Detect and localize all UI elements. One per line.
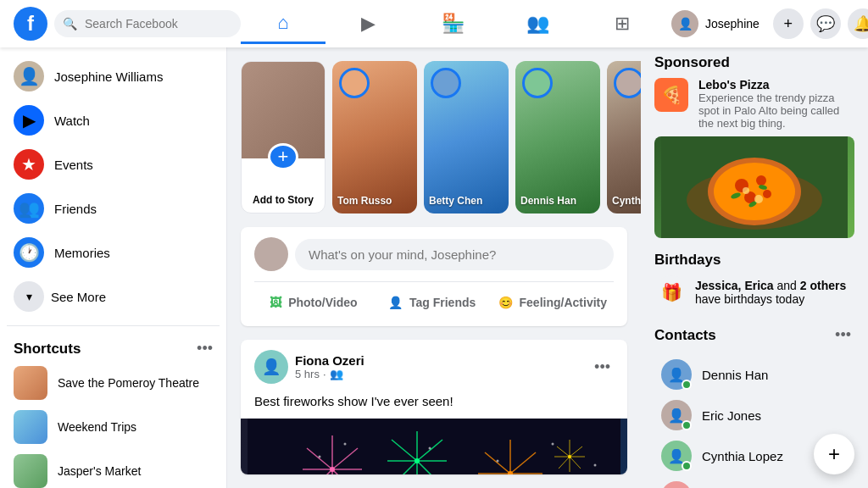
nav-messenger-btn[interactable]: 💬 xyxy=(810,8,841,39)
contact-dennis[interactable]: 👤 Dennis Han xyxy=(654,354,854,395)
story-avatar-dennis xyxy=(522,68,553,98)
events-icon: ★ xyxy=(14,149,44,180)
friends-icon: 👥 xyxy=(14,193,44,224)
sponsored-section: Sponsored 🍕 Lebo's Pizza Experience the … xyxy=(654,54,854,238)
stories-row: + Add to Story Tom Russo Betty Chen Denn… xyxy=(241,61,627,214)
contact-eric[interactable]: 👤 Eric Jones xyxy=(654,395,854,435)
shortcut-weekend[interactable]: Weekend Trips xyxy=(7,405,220,449)
memories-label: Memories xyxy=(54,246,110,260)
nav-marketplace-btn[interactable]: 🏪 xyxy=(410,3,495,44)
nav-groups-btn[interactable]: 👥 xyxy=(495,3,580,44)
svg-point-58 xyxy=(344,443,347,446)
sidebar-item-events[interactable]: ★ Events xyxy=(7,142,220,186)
see-more-nav-btn[interactable]: ▾ See More xyxy=(7,274,220,319)
post-meta-fiona: 5 hrs · 👥 xyxy=(295,368,584,380)
fab-button[interactable]: + xyxy=(814,434,854,474)
post-privacy-icon: 👥 xyxy=(330,368,343,380)
nav-notifications-btn[interactable]: 🔔 xyxy=(848,8,868,39)
nav-add-btn[interactable]: + xyxy=(773,8,804,39)
shortcuts-more-btn[interactable]: ••• xyxy=(197,340,213,358)
sidebar-item-watch[interactable]: ▶ Watch xyxy=(7,98,220,142)
see-more-nav-label: See More xyxy=(51,290,106,304)
birthday-names: Jessica, Erica xyxy=(695,279,774,292)
sidebar-divider xyxy=(7,325,220,326)
birthdays-title: Birthdays xyxy=(654,252,854,269)
nav-profile-name: Josephine xyxy=(705,17,760,30)
story-dennis[interactable]: Dennis Han xyxy=(515,61,600,214)
story-avatar-cynthia xyxy=(614,68,641,98)
profile-icon: 👤 xyxy=(14,61,44,92)
story-tom[interactable]: Tom Russo xyxy=(332,61,417,214)
nav-profile[interactable]: 👤 Josephine xyxy=(665,7,766,41)
sidebar-item-friends[interactable]: 👥 Friends xyxy=(7,186,220,230)
contact-betty[interactable]: 👤 Betty Chen xyxy=(654,476,854,488)
post-header-fiona: 👤 Fiona Ozeri 5 hrs · 👥 ••• xyxy=(241,340,627,394)
tag-icon: 👤 xyxy=(388,296,403,309)
svg-point-57 xyxy=(319,456,321,458)
contacts-more-btn[interactable]: ••• xyxy=(832,323,854,347)
svg-point-60 xyxy=(429,447,431,450)
story-betty[interactable]: Betty Chen xyxy=(424,61,509,214)
sidebar-item-profile[interactable]: 👤 Josephine Williams xyxy=(7,54,220,98)
brand-name[interactable]: Lebo's Pizza xyxy=(698,78,854,92)
photo-icon: 🖼 xyxy=(270,296,281,309)
story-add-card[interactable]: + Add to Story xyxy=(241,61,326,214)
story-avatar-betty xyxy=(431,68,461,98)
post-input[interactable] xyxy=(295,239,614,270)
nav-right: 👤 Josephine + 💬 🔔 ▾ xyxy=(665,7,868,41)
contact-name-eric: Eric Jones xyxy=(702,408,761,423)
nav-gaming-btn[interactable]: ⊞ xyxy=(580,3,665,44)
shortcut-label-pomeroy: Save the Pomeroy Theatre xyxy=(58,376,199,390)
contacts-title: Contacts xyxy=(654,327,716,344)
nav-center: ⌂ ▶ 🏪 👥 ⊞ xyxy=(241,3,665,44)
fireworks-svg xyxy=(241,419,627,474)
post-author-info-fiona: Fiona Ozeri 5 hrs · 👥 xyxy=(295,353,584,380)
shortcut-pomeroy[interactable]: Save the Pomeroy Theatre xyxy=(7,361,220,405)
main-feed: + Add to Story Tom Russo Betty Chen Denn… xyxy=(227,47,641,488)
shortcut-thumb-weekend xyxy=(14,410,47,444)
svg-point-73 xyxy=(756,175,766,186)
pizza-svg xyxy=(654,136,854,238)
post-action-feeling[interactable]: 😊 Feeling/Activity xyxy=(492,289,614,316)
shortcut-jasper[interactable]: Jasper's Market xyxy=(7,449,220,488)
sidebar-item-memories[interactable]: 🕐 Memories xyxy=(7,230,220,274)
post-time-fiona: 5 hrs xyxy=(295,368,320,380)
story-add-circle: + xyxy=(268,143,298,170)
contact-name-cynthia: Cynthia Lopez xyxy=(702,449,783,463)
post-more-btn-fiona[interactable]: ••• xyxy=(591,355,614,380)
birthday-item: 🎁 Jessica, Erica and 2 others have birth… xyxy=(654,275,854,309)
online-indicator-eric xyxy=(682,420,692,430)
post-box: 🖼 Photo/Video 👤 Tag Friends 😊 Feeling/Ac… xyxy=(241,227,627,326)
nav-home-btn[interactable]: ⌂ xyxy=(241,3,326,44)
profile-label: Josephine Williams xyxy=(54,69,163,84)
story-cynthia[interactable]: Cynthia Lopez xyxy=(607,61,641,214)
facebook-logo[interactable]: f xyxy=(14,7,47,41)
shortcut-thumb-pomeroy xyxy=(14,366,47,400)
birthday-and: and xyxy=(777,279,800,292)
sponsored-img[interactable] xyxy=(654,136,854,238)
story-name-dennis: Dennis Han xyxy=(520,195,595,207)
search-input[interactable] xyxy=(54,10,241,37)
shortcuts-header: Shortcuts ••• xyxy=(7,333,220,361)
svg-point-75 xyxy=(763,190,771,198)
feeling-icon: 😊 xyxy=(498,296,513,309)
birthday-text: Jessica, Erica and 2 others have birthda… xyxy=(695,279,854,306)
shortcut-thumb-jasper xyxy=(14,454,47,488)
post-action-photo[interactable]: 🖼 Photo/Video xyxy=(254,289,373,316)
contact-avatar-eric: 👤 xyxy=(661,400,692,430)
memories-icon: 🕐 xyxy=(14,237,44,268)
svg-point-79 xyxy=(743,187,749,194)
events-label: Events xyxy=(54,158,93,172)
search-wrapper: 🔍 xyxy=(54,10,241,37)
post-author-name-fiona[interactable]: Fiona Ozeri xyxy=(295,353,584,368)
feed-post-fiona: 👤 Fiona Ozeri 5 hrs · 👥 ••• Best firewor… xyxy=(241,340,627,474)
main-layout: 👤 Josephine Williams ▶ Watch ★ Events 👥 … xyxy=(0,0,868,488)
birthdays-section: Birthdays 🎁 Jessica, Erica and 2 others … xyxy=(654,252,854,309)
nav-watch-btn[interactable]: ▶ xyxy=(326,3,410,44)
online-indicator-dennis xyxy=(682,380,692,390)
sponsored-item: 🍕 Lebo's Pizza Experience the trendy piz… xyxy=(654,78,854,130)
watch-icon: ▶ xyxy=(14,105,44,136)
post-action-tag[interactable]: 👤 Tag Friends xyxy=(373,289,492,316)
post-image-fiona xyxy=(241,419,627,474)
svg-point-80 xyxy=(754,195,763,203)
